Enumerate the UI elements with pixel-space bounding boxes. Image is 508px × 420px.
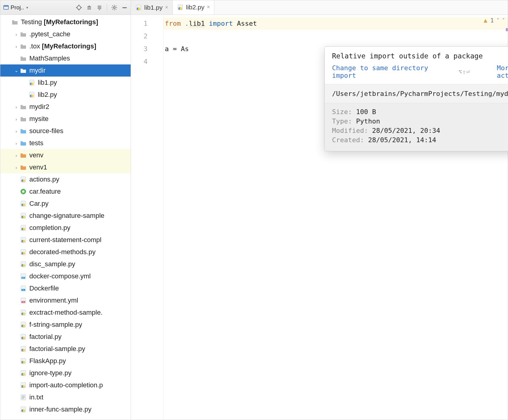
chevron-right-icon[interactable]: ›: [13, 129, 20, 134]
gutter-line-number[interactable]: 2: [131, 30, 163, 43]
tree-item[interactable]: ›change-signature-sample: [0, 210, 131, 222]
tree-item[interactable]: ›mysite: [0, 113, 131, 125]
tree-item[interactable]: ›completion.py: [0, 222, 131, 234]
error-stripe-mark[interactable]: [506, 28, 508, 31]
editor-tab[interactable]: lib1.py×: [131, 0, 173, 15]
tree-item[interactable]: ›MathSamples: [0, 52, 131, 64]
expand-all-button[interactable]: [85, 3, 93, 12]
py-icon: [20, 345, 27, 353]
code-line-2[interactable]: [164, 30, 508, 43]
chevron-right-icon[interactable]: ›: [13, 153, 20, 158]
folder-grey-icon: [20, 115, 27, 123]
tree-item-label: ignore-type.py: [29, 369, 71, 377]
tree-item[interactable]: ›venv: [0, 149, 131, 161]
code-line-1[interactable]: from .lib1 import Asset: [164, 17, 508, 30]
warning-icon: ▲: [484, 17, 487, 24]
svg-point-35: [23, 228, 25, 230]
tree-item-label: completion.py: [29, 224, 70, 232]
tree-item[interactable]: ›decorated-methods.py: [0, 246, 131, 258]
gutter-line-number[interactable]: 3: [131, 43, 163, 55]
next-highlight-button[interactable]: ˅: [502, 18, 505, 23]
tree-item[interactable]: ›lib1.py: [0, 77, 131, 89]
tree-item-label: mydir2: [29, 103, 49, 111]
tree-item[interactable]: ›.pytest_cache: [0, 28, 131, 40]
chevron-down-icon[interactable]: ⌄: [13, 68, 20, 73]
tree-item[interactable]: ›disc_sample.py: [0, 258, 131, 270]
py-icon: [20, 176, 27, 183]
tree-item-label: in.txt: [29, 393, 43, 401]
editor-tab[interactable]: lib2.py×: [173, 0, 214, 15]
tree-item[interactable]: ›Testing [MyRefactorings]: [0, 16, 131, 28]
code-editor[interactable]: 1234 from .lib1 import Asset a = As ▲ 1 …: [131, 15, 508, 420]
intention-fix-link[interactable]: Change to same directory import: [332, 64, 445, 79]
tree-item-label: f-string-sample.py: [29, 321, 82, 329]
folder-orange-icon: [20, 152, 27, 159]
chevron-right-icon[interactable]: ›: [13, 44, 20, 49]
tree-item[interactable]: ›Car.py: [0, 198, 131, 210]
locate-button[interactable]: [75, 3, 83, 12]
tree-item[interactable]: ›tests: [0, 137, 131, 149]
chevron-right-icon[interactable]: ›: [13, 165, 20, 170]
yml-icon: YML: [20, 297, 27, 304]
inspection-badge[interactable]: ▲ 1 ˄ ˅: [484, 17, 505, 24]
tree-item[interactable]: ⌄mydir: [0, 64, 131, 77]
gutter-line-number[interactable]: 1: [131, 17, 163, 30]
tree-item[interactable]: ›.tox [MyRefactorings]: [0, 40, 131, 52]
folder-grey-icon: [20, 103, 27, 110]
more-actions-link[interactable]: More actions...: [497, 64, 508, 79]
svg-text:D: D: [23, 289, 24, 291]
svg-text:DC: DC: [22, 277, 25, 279]
tree-item-label: decorated-methods.py: [29, 248, 96, 256]
chevron-right-icon[interactable]: ›: [13, 32, 20, 37]
py-icon: [20, 321, 27, 328]
folder-blue-icon: [20, 127, 27, 135]
py-icon: [20, 261, 27, 268]
svg-text:YML: YML: [22, 301, 25, 303]
svg-point-19: [31, 83, 34, 85]
close-tab-icon[interactable]: ×: [207, 4, 210, 10]
svg-point-56: [23, 313, 25, 315]
tree-item[interactable]: ›factorial.py: [0, 331, 131, 343]
tree-item[interactable]: ›exctract-method-sample.: [0, 307, 131, 319]
tree-item[interactable]: ›car.feature: [0, 185, 131, 198]
tree-item[interactable]: ›import-auto-completion.p: [0, 379, 131, 391]
tree-item[interactable]: ›mydir2: [0, 101, 131, 113]
project-tree[interactable]: ›Testing [MyRefactorings]›.pytest_cache›…: [0, 15, 131, 420]
svg-point-78: [23, 409, 25, 412]
chevron-right-icon[interactable]: ›: [13, 116, 20, 122]
folder-grey-icon: [11, 18, 18, 26]
tree-item[interactable]: ›inner-func-sample.py: [0, 403, 131, 415]
tree-item-label: docker-compose.yml: [29, 272, 91, 280]
tree-item[interactable]: ›venv1: [0, 161, 131, 173]
collapse-all-button[interactable]: [95, 3, 104, 12]
settings-button[interactable]: [110, 3, 119, 12]
intention-fix-shortcut: ⌥⇧⏎: [458, 68, 470, 75]
tree-item[interactable]: ›current-statement-compl: [0, 234, 131, 246]
tree-item[interactable]: ›f-string-sample.py: [0, 319, 131, 331]
tree-item[interactable]: ›source-files: [0, 125, 131, 137]
tree-item[interactable]: ›YMLenvironment.yml: [0, 294, 131, 307]
editor-tab-bar: lib1.py×lib2.py×: [131, 0, 508, 15]
tree-item[interactable]: ›DCdocker-compose.yml: [0, 270, 131, 282]
tree-item-label: lib1.py: [38, 79, 57, 87]
tree-item-label: venv1: [29, 163, 47, 171]
folder-grey-icon: [20, 43, 27, 50]
prev-highlight-button[interactable]: ˄: [497, 18, 499, 23]
gutter-line-number[interactable]: 4: [131, 55, 163, 68]
tree-item[interactable]: ›actions.py: [0, 173, 131, 185]
hide-button[interactable]: [120, 3, 129, 12]
tree-item[interactable]: ›ignore-type.py: [0, 367, 131, 379]
tree-item-label: actions.py: [29, 176, 59, 183]
tree-item[interactable]: ›DDockerfile: [0, 282, 131, 294]
tree-item-label: MathSamples: [29, 54, 70, 62]
svg-point-65: [23, 349, 25, 351]
tree-item[interactable]: ›in.txt: [0, 391, 131, 403]
tree-item[interactable]: ›FlaskApp.py: [0, 355, 131, 367]
tree-item[interactable]: ›factorial-sample.py: [0, 343, 131, 355]
chevron-right-icon[interactable]: ›: [13, 141, 20, 146]
project-view-selector[interactable]: Proj.. ▾: [2, 4, 29, 11]
close-tab-icon[interactable]: ×: [165, 4, 168, 11]
chevron-right-icon[interactable]: ›: [13, 104, 20, 110]
tree-item[interactable]: ›lib2.py: [0, 89, 131, 101]
tab-label: lib1.py: [144, 4, 163, 11]
